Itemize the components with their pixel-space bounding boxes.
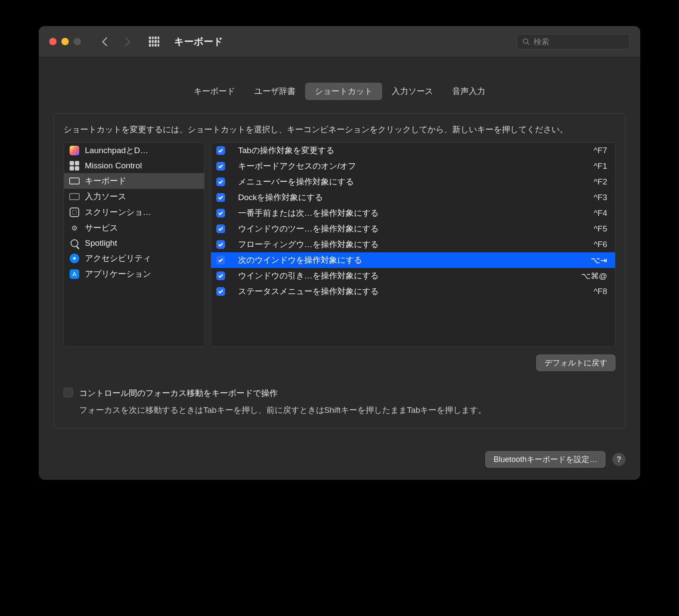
- shortcut-key[interactable]: ^F4: [594, 208, 607, 218]
- shortcut-key[interactable]: ^F8: [594, 287, 607, 296]
- gear-icon: ⚙: [69, 223, 80, 233]
- shortcut-row[interactable]: キーボードアクセスのオン/オフ^F1: [211, 158, 615, 174]
- close-icon[interactable]: [49, 38, 57, 45]
- shortcut-label: フローティングウ…を操作対象にする: [238, 239, 586, 250]
- sidebar-item-launchpad[interactable]: LaunchpadとD…: [64, 143, 204, 158]
- shortcut-label: Tabの操作対象を変更する: [238, 145, 586, 156]
- tab-dictation[interactable]: 音声入力: [443, 83, 495, 100]
- sidebar-item-input-sources[interactable]: 入力ソース: [64, 189, 204, 204]
- shortcut-key[interactable]: ^F2: [594, 177, 607, 187]
- shortcut-checkbox[interactable]: [216, 287, 225, 296]
- search-placeholder: 検索: [534, 37, 549, 47]
- svg-line-1: [527, 43, 529, 45]
- input-sources-icon: [69, 191, 80, 202]
- tab-inputsources[interactable]: 入力ソース: [382, 83, 443, 100]
- show-all-icon[interactable]: [149, 37, 159, 47]
- shortcut-row[interactable]: ウインドウのツー…を操作対象にする^F5: [211, 221, 615, 237]
- shortcut-row[interactable]: 一番手前または次…を操作対象にする^F4: [211, 205, 615, 221]
- tab-userdict[interactable]: ユーザ辞書: [245, 83, 305, 100]
- shortcut-row[interactable]: Tabの操作対象を変更する^F7: [211, 143, 615, 158]
- shortcut-checkbox[interactable]: [216, 256, 225, 264]
- shortcut-checkbox[interactable]: [216, 271, 225, 280]
- shortcut-row[interactable]: ステータスメニューを操作対象にする^F8: [211, 284, 615, 299]
- preferences-box: ショートカットを変更するには、ショートカットを選択し、キーコンビネーションをクリ…: [54, 113, 625, 429]
- shortcut-checkbox[interactable]: [216, 177, 225, 186]
- screenshot-icon: [69, 207, 80, 218]
- tab-keyboard[interactable]: キーボード: [184, 83, 245, 100]
- shortcut-label: メニューバーを操作対象にする: [238, 176, 586, 187]
- shortcut-key[interactable]: ^F5: [594, 224, 607, 234]
- sidebar-item-label: 入力ソース: [85, 191, 126, 202]
- shortcut-label: 次のウインドウを操作対象にする: [238, 254, 583, 266]
- shortcut-checkbox[interactable]: [216, 193, 225, 202]
- shortcuts-list: Tabの操作対象を変更する^F7キーボードアクセスのオン/オフ^F1メニューバー…: [211, 142, 615, 347]
- titlebar: キーボード 検索: [39, 26, 640, 57]
- launchpad-icon: [69, 145, 80, 156]
- shortcut-label: キーボードアクセスのオン/オフ: [238, 161, 586, 172]
- focus-description: フォーカスを次に移動するときはTabキーを押し、前に戻すときはShiftキーを押…: [64, 404, 615, 417]
- spotlight-icon: [69, 238, 80, 248]
- bluetooth-keyboard-button[interactable]: Bluetoothキーボードを設定…: [485, 451, 605, 468]
- traffic-lights: [49, 38, 81, 45]
- focus-checkbox-label: コントロール間のフォーカス移動をキーボードで操作: [79, 387, 278, 400]
- tab-shortcuts[interactable]: ショートカット: [305, 83, 382, 100]
- focus-texts: コントロール間のフォーカス移動をキーボードで操作: [79, 387, 278, 403]
- sidebar-item-label: LaunchpadとD…: [85, 145, 148, 156]
- sidebar-item-label: Spotlight: [85, 238, 117, 248]
- sidebar-item-keyboard[interactable]: キーボード: [64, 173, 204, 189]
- shortcut-row[interactable]: 次のウインドウを操作対象にする⌥⇥: [211, 252, 615, 268]
- zoom-icon: [74, 38, 81, 45]
- shortcut-checkbox[interactable]: [216, 240, 225, 249]
- restore-row: デフォルトに戻す: [64, 355, 615, 371]
- minimize-icon[interactable]: [61, 38, 69, 45]
- sidebar-item-label: アプリケーション: [85, 268, 151, 280]
- forward-button: [121, 35, 135, 49]
- window-title: キーボード: [174, 35, 223, 48]
- accessibility-icon: ✦: [69, 253, 80, 264]
- shortcut-key[interactable]: ⌥⇥: [591, 255, 607, 265]
- shortcut-row[interactable]: ウインドウの引き…を操作対象にする⌥⌘@: [211, 268, 615, 284]
- shortcut-key[interactable]: ^F6: [594, 240, 607, 249]
- restore-defaults-button[interactable]: デフォルトに戻す: [536, 355, 615, 371]
- shortcut-checkbox[interactable]: [216, 162, 225, 171]
- sidebar-item-label: スクリーンショ…: [85, 207, 151, 218]
- sidebar-item-spotlight[interactable]: Spotlight: [64, 236, 204, 251]
- sidebar-item-applications[interactable]: A アプリケーション: [64, 266, 204, 282]
- shortcut-key[interactable]: ⌥⌘@: [581, 271, 607, 281]
- category-sidebar: LaunchpadとD… Mission Control キーボード 入力ソース: [64, 142, 205, 347]
- sidebar-item-label: キーボード: [85, 175, 126, 187]
- help-button[interactable]: ?: [612, 453, 625, 466]
- shortcut-key[interactable]: ^F1: [594, 161, 607, 171]
- shortcut-checkbox[interactable]: [216, 209, 225, 218]
- sidebar-item-mission-control[interactable]: Mission Control: [64, 158, 204, 173]
- search-input[interactable]: 検索: [517, 34, 630, 50]
- search-icon: [522, 38, 530, 46]
- back-button[interactable]: [97, 35, 111, 49]
- shortcut-checkbox[interactable]: [216, 146, 225, 155]
- sidebar-item-screenshot[interactable]: スクリーンショ…: [64, 204, 204, 220]
- instruction-text: ショートカットを変更するには、ショートカットを選択し、キーコンビネーションをクリ…: [64, 123, 615, 136]
- sidebar-item-label: サービス: [85, 222, 118, 234]
- focus-checkbox[interactable]: [64, 388, 73, 397]
- shortcut-label: ステータスメニューを操作対象にする: [238, 286, 586, 297]
- panes: LaunchpadとD… Mission Control キーボード 入力ソース: [64, 142, 615, 347]
- keyboard-icon: [69, 176, 80, 186]
- shortcut-key[interactable]: ^F3: [594, 193, 607, 202]
- shortcut-label: Dockを操作対象にする: [238, 192, 586, 203]
- shortcut-label: 一番手前または次…を操作対象にする: [238, 208, 586, 219]
- shortcut-checkbox[interactable]: [216, 224, 225, 233]
- shortcut-key[interactable]: ^F7: [594, 146, 607, 155]
- shortcut-row[interactable]: フローティングウ…を操作対象にする^F6: [211, 237, 615, 252]
- keyboard-focus-section: コントロール間のフォーカス移動をキーボードで操作: [64, 387, 615, 403]
- sidebar-item-accessibility[interactable]: ✦ アクセシビリティ: [64, 251, 204, 266]
- shortcut-row[interactable]: メニューバーを操作対象にする^F2: [211, 174, 615, 190]
- shortcut-label: ウインドウの引き…を操作対象にする: [238, 270, 573, 281]
- shortcut-row[interactable]: Dockを操作対象にする^F3: [211, 190, 615, 205]
- mission-control-icon: [69, 161, 80, 171]
- sidebar-item-services[interactable]: ⚙ サービス: [64, 220, 204, 236]
- tab-bar: キーボード ユーザ辞書 ショートカット 入力ソース 音声入力: [54, 83, 625, 100]
- app-icon: A: [69, 269, 80, 279]
- content-area: キーボード ユーザ辞書 ショートカット 入力ソース 音声入力 ショートカットを変…: [39, 57, 640, 442]
- sidebar-item-label: アクセシビリティ: [85, 253, 151, 264]
- sidebar-item-label: Mission Control: [85, 161, 142, 171]
